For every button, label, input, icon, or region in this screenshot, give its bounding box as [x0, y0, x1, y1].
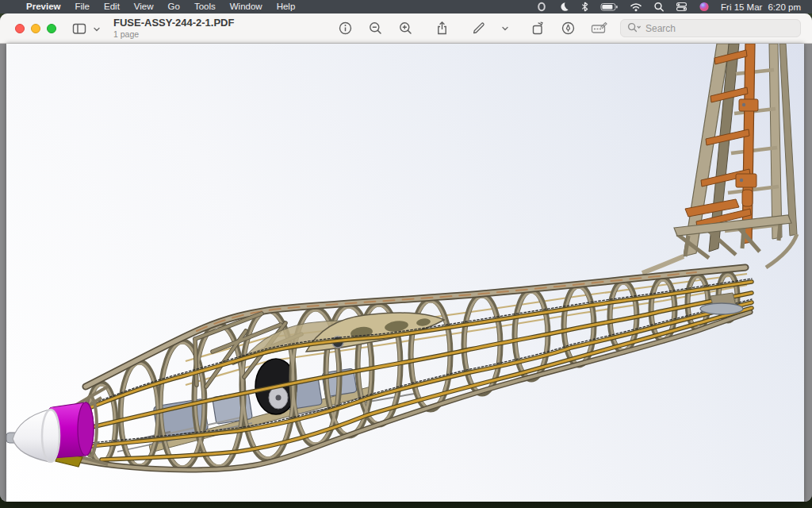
- search-icon: [627, 21, 642, 36]
- menu-bar: Preview File Edit View Go Tools Window H…: [0, 0, 812, 13]
- focus-moon-icon[interactable]: [553, 2, 575, 12]
- markup-button[interactable]: [467, 18, 490, 38]
- menu-item-help[interactable]: Help: [270, 0, 303, 13]
- battery-icon[interactable]: [595, 2, 624, 12]
- menu-item-view[interactable]: View: [127, 0, 161, 13]
- bluetooth-icon[interactable]: [575, 2, 595, 12]
- spinner-cone: [13, 410, 59, 462]
- rotate-left-icon: [530, 21, 546, 36]
- pdf-page[interactable]: [6, 44, 804, 502]
- window-toolbar: FUSE-ASSY-244-2-1.PDF 1 page: [0, 13, 812, 44]
- menu-bar-clock[interactable]: Fri 15 Mar 6:20 pm: [715, 2, 804, 12]
- wifi-icon[interactable]: [624, 2, 648, 12]
- siri-icon[interactable]: [693, 2, 715, 12]
- ring-icon[interactable]: [530, 2, 553, 12]
- search-input[interactable]: [645, 23, 794, 34]
- fill-sign-icon: [591, 21, 608, 36]
- document-title-block: FUSE-ASSY-244-2-1.PDF 1 page: [113, 17, 234, 39]
- document-scroll-area[interactable]: [0, 44, 812, 502]
- window-title: FUSE-ASSY-244-2-1.PDF: [113, 17, 234, 29]
- markup-chevron-icon: [501, 25, 509, 33]
- share-icon: [435, 21, 450, 36]
- search-field[interactable]: [620, 19, 801, 37]
- sidebar-icon: [71, 21, 87, 36]
- menu-item-window[interactable]: Window: [223, 0, 270, 13]
- menu-item-tools[interactable]: Tools: [187, 0, 223, 13]
- fuselage-cad-drawing: [6, 44, 804, 502]
- info-button[interactable]: [334, 18, 357, 38]
- menu-item-edit[interactable]: Edit: [97, 0, 127, 13]
- zoom-out-button[interactable]: [364, 18, 387, 38]
- markup-pencil-icon: [471, 21, 486, 36]
- fill-sign-button[interactable]: [587, 18, 612, 38]
- zoom-window-button[interactable]: [47, 24, 56, 33]
- page-count-label: 1 page: [113, 29, 234, 39]
- spotlight-icon[interactable]: [648, 2, 670, 12]
- rotate-left-button[interactable]: [527, 18, 550, 38]
- close-button[interactable]: [15, 24, 25, 33]
- menu-item-go[interactable]: Go: [161, 0, 187, 13]
- minimize-button[interactable]: [31, 24, 40, 33]
- zoom-out-icon: [368, 21, 383, 36]
- annotate-pen-icon: [561, 21, 576, 36]
- menu-item-file[interactable]: File: [67, 0, 97, 13]
- markup-menu-button[interactable]: [497, 22, 513, 35]
- sidebar-toggle-button[interactable]: [67, 19, 91, 38]
- clock-date: Fri 15 Mar: [721, 2, 762, 12]
- preview-window: FUSE-ASSY-244-2-1.PDF 1 page: [0, 13, 812, 502]
- control-center-icon[interactable]: [670, 2, 693, 12]
- info-icon: [338, 21, 353, 36]
- nose-section: [6, 387, 108, 467]
- share-button[interactable]: [431, 18, 454, 38]
- zoom-in-icon: [398, 21, 413, 36]
- sidebar-chevron-down-icon[interactable]: [93, 21, 101, 36]
- annotate-button[interactable]: [557, 18, 580, 38]
- menu-item-preview[interactable]: Preview: [19, 0, 67, 13]
- clock-time: 6:20 pm: [768, 2, 801, 12]
- zoom-in-button[interactable]: [394, 18, 417, 38]
- traffic-lights: [0, 24, 67, 33]
